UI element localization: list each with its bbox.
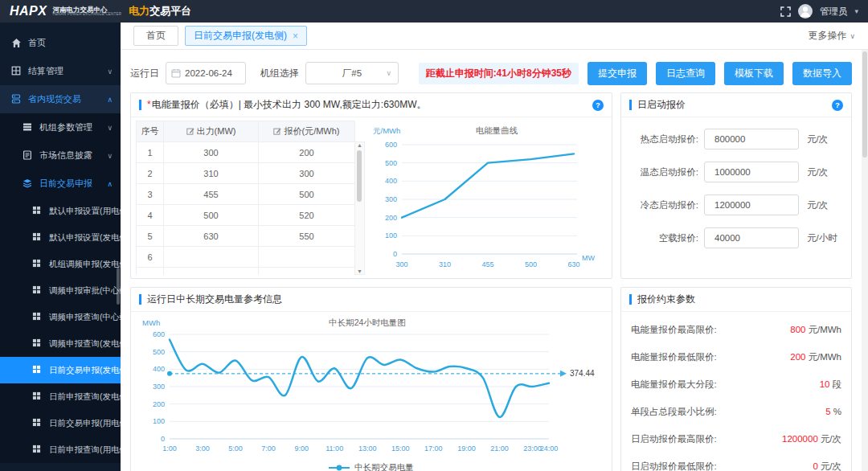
svg-text:455: 455 bbox=[481, 260, 493, 268]
constraint-label: 单段占总段最小比例: bbox=[631, 406, 717, 418]
sidebar-item[interactable]: 首页 bbox=[0, 29, 121, 57]
panel-accent-bar bbox=[629, 100, 632, 110]
unit-select[interactable]: 厂#5 ∨ bbox=[305, 62, 399, 84]
no-load-price-input[interactable] bbox=[704, 227, 799, 248]
svg-text:600: 600 bbox=[385, 141, 397, 149]
page-scrollbar[interactable] bbox=[862, 50, 868, 471]
tiles-icon bbox=[32, 285, 43, 296]
toolbar-actions: 距截止申报时间:41小时8分钟35秒 提交申报日志查询模板下载数据导入 bbox=[419, 62, 852, 85]
editable-cell[interactable]: 550 bbox=[259, 226, 355, 247]
run-date-label: 运行日 bbox=[130, 67, 159, 80]
svg-text:0: 0 bbox=[393, 250, 397, 258]
panel-title: 报价约束参数 bbox=[637, 293, 695, 306]
sidebar-item[interactable]: 默认申报设置(用电侧) bbox=[0, 198, 121, 224]
table-scrollbar-thumb[interactable] bbox=[357, 150, 362, 202]
chevron-down-icon: ∨ bbox=[107, 124, 113, 132]
submit-declaration-button[interactable]: 提交申报 bbox=[588, 62, 647, 85]
editable-cell[interactable]: 500 bbox=[164, 205, 259, 226]
main-layout: 首页结算管理∨省内现货交易∧机组参数管理∨市场信息披露∨日前交易申报∧默认申报设… bbox=[0, 23, 868, 471]
app-window: HAPX 河南电力交易中心 HENAN POWER EXCHANGE CENTE… bbox=[0, 0, 868, 471]
sidebar-item[interactable]: 机组参数管理∨ bbox=[0, 113, 121, 141]
svg-text:300: 300 bbox=[385, 195, 397, 203]
sidebar-item[interactable]: 调频申报审批(中心端) bbox=[0, 277, 121, 304]
editable-cell[interactable]: 200 bbox=[259, 142, 355, 163]
editable-cell[interactable]: 520 bbox=[259, 205, 355, 226]
org-name-en: HENAN POWER EXCHANGE CENTER bbox=[52, 13, 121, 17]
help-icon[interactable]: ? bbox=[832, 100, 843, 111]
user-role[interactable]: 管理员 bbox=[820, 6, 848, 18]
cold-start-price-input[interactable] bbox=[704, 195, 799, 215]
sidebar-item[interactable]: 日前交易申报(发电侧) bbox=[0, 357, 121, 383]
editable-cell[interactable]: 310 bbox=[164, 163, 259, 184]
field-label: 空载报价: bbox=[621, 232, 698, 244]
sidebar-item[interactable]: 日前交易申报(用电侧) bbox=[0, 410, 121, 436]
scroll-down-icon[interactable]: ▼ bbox=[355, 268, 364, 274]
sidebar-scrollbar-thumb[interactable] bbox=[117, 268, 120, 305]
table-scrollbar[interactable]: ▲ ▼ bbox=[355, 141, 365, 275]
editable-cell[interactable]: 300 bbox=[259, 163, 355, 184]
startup-field-row: 热态启动报价:元/次 bbox=[621, 129, 851, 149]
constraint-value: 5% bbox=[825, 407, 841, 416]
svg-text:23:00: 23:00 bbox=[523, 444, 542, 453]
tiles-icon bbox=[32, 444, 43, 455]
panel-title: 日启动报价 bbox=[637, 98, 686, 112]
help-icon[interactable]: ? bbox=[592, 100, 604, 111]
constraint-row: 电能量报价最低限价:200元/MWh bbox=[631, 343, 841, 371]
startup-quote-panel: 日启动报价 ? 热态启动报价:元/次温态启动报价:元/次冷态启动报价:元/次空载… bbox=[620, 92, 852, 279]
editable-cell[interactable] bbox=[164, 247, 259, 268]
avatar[interactable] bbox=[798, 4, 813, 18]
template-download-button[interactable]: 模板下载 bbox=[724, 62, 784, 85]
editable-cell[interactable]: 500 bbox=[259, 184, 355, 205]
svg-text:24:00: 24:00 bbox=[540, 444, 559, 453]
row-index-cell: 1 bbox=[137, 142, 164, 163]
hot-start-price-input[interactable] bbox=[704, 129, 799, 149]
editable-cell[interactable]: 300 bbox=[164, 142, 259, 163]
chevron-up-icon: ∧ bbox=[107, 180, 113, 188]
panel-body: 中长期24小时电量图MWh01002003004005006001:003:00… bbox=[131, 312, 612, 471]
sidebar-item[interactable]: 结算管理∨ bbox=[0, 57, 121, 85]
data-import-button[interactable]: 数据导入 bbox=[792, 62, 852, 85]
table-row: 4500520 bbox=[137, 205, 355, 226]
svg-text:13:00: 13:00 bbox=[358, 444, 377, 453]
sidebar-item[interactable]: 日前申报查询(用电侧) bbox=[0, 436, 121, 463]
svg-text:400: 400 bbox=[153, 365, 165, 373]
editable-cell[interactable] bbox=[259, 268, 355, 276]
scroll-up-icon[interactable]: ▲ bbox=[355, 142, 364, 148]
log-query-button[interactable]: 日志查询 bbox=[656, 62, 715, 85]
tab[interactable]: 首页 bbox=[133, 26, 178, 46]
sidebar-item[interactable]: 日前交易申报∧ bbox=[0, 170, 121, 198]
field-unit: 元/次 bbox=[807, 133, 828, 145]
editable-cell[interactable] bbox=[259, 247, 355, 268]
more-actions-button[interactable]: 更多操作 ∨ bbox=[808, 29, 855, 43]
table-header-cell: 报价(元/MWh) bbox=[259, 121, 355, 142]
sidebar-item[interactable]: 机组调频申报(发电侧) bbox=[0, 251, 121, 277]
table-row: 2310300 bbox=[137, 163, 355, 184]
row-index-cell: 3 bbox=[137, 184, 164, 205]
page-scrollbar-thumb[interactable] bbox=[862, 51, 867, 158]
fullscreen-icon[interactable] bbox=[780, 6, 791, 17]
svg-text:500: 500 bbox=[385, 159, 397, 167]
svg-text:300: 300 bbox=[153, 383, 165, 391]
sidebar-item[interactable]: 调频申报查询(发电侧) bbox=[0, 330, 121, 357]
user-menu-caret-icon[interactable]: ▾ bbox=[854, 7, 858, 15]
editable-cell[interactable]: 630 bbox=[164, 226, 259, 247]
panel-header: 日启动报价 ? bbox=[621, 93, 851, 117]
sidebar-item[interactable]: 默认申报设置(发电侧) bbox=[0, 224, 121, 251]
sidebar-item[interactable]: 省内现货交易∧ bbox=[0, 85, 121, 113]
warm-start-price-input[interactable] bbox=[704, 162, 799, 182]
sidebar-item-label: 首页 bbox=[28, 37, 46, 49]
panel-header: *电能量报价（必填）| 最小技术出力 300 MW,额定出力:630MW。 ? bbox=[131, 93, 612, 117]
chevron-down-icon: ∨ bbox=[107, 152, 113, 160]
startup-field-row: 冷态启动报价:元/次 bbox=[621, 195, 851, 215]
sidebar-item[interactable]: 调频申报查询(中心端) bbox=[0, 304, 121, 330]
editable-cell[interactable]: 455 bbox=[164, 184, 259, 205]
run-date-input[interactable]: 2022-06-24 bbox=[166, 62, 246, 84]
sidebar-item[interactable]: 日前申报查询(发电侧) bbox=[0, 383, 121, 410]
tiles-icon bbox=[32, 418, 43, 428]
sidebar-item[interactable]: 市场信息披露∨ bbox=[0, 141, 121, 170]
editable-cell[interactable] bbox=[164, 268, 259, 276]
svg-text:19:00: 19:00 bbox=[457, 444, 476, 453]
sidebar-item-label: 市场信息披露 bbox=[39, 149, 92, 162]
close-icon[interactable]: × bbox=[293, 31, 298, 41]
tab[interactable]: 日前交易申报(发电侧)× bbox=[185, 26, 307, 46]
